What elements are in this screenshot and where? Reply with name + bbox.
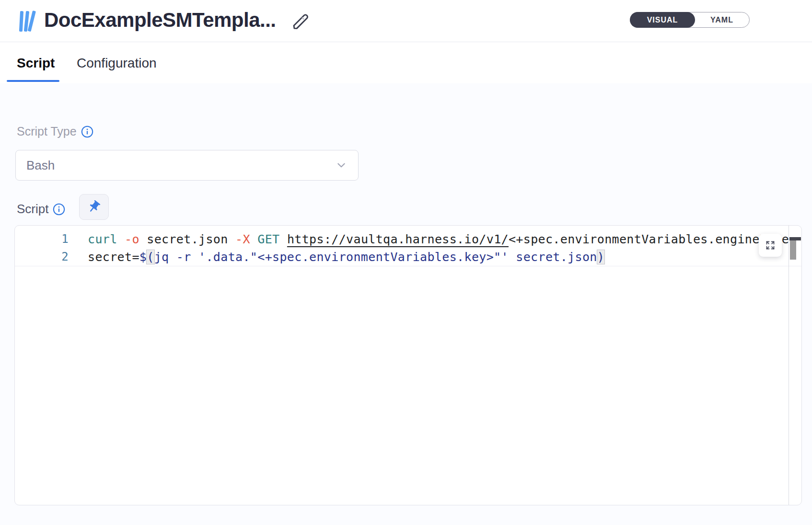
- chevron-down-icon: [336, 160, 347, 171]
- script-type-label-text: Script Type: [17, 125, 77, 138]
- expand-button[interactable]: [759, 234, 782, 257]
- template-title: DocExampleSMTempla...: [44, 9, 276, 32]
- info-icon[interactable]: [81, 126, 93, 138]
- edit-pencil-icon[interactable]: [290, 11, 312, 33]
- script-tab-panel: Script Type Bash Script: [0, 83, 812, 525]
- template-header: DocExampleSMTempla... VISUAL YAML: [0, 0, 812, 42]
- line-number: 1: [15, 230, 69, 248]
- template-library-icon: [18, 10, 37, 33]
- tab-script[interactable]: Script: [17, 56, 55, 71]
- script-editor[interactable]: 1curl -o secret.json -X GET https://vaul…: [14, 225, 802, 505]
- scrollbar-thumb[interactable]: [790, 240, 796, 260]
- scrollbar-annotation: [789, 237, 801, 240]
- editor-vertical-scrollbar[interactable]: [789, 226, 801, 505]
- pin-button[interactable]: [79, 194, 109, 220]
- code-area[interactable]: 1curl -o secret.json -X GET https://vaul…: [15, 226, 789, 505]
- tab-bar: Script Configuration: [0, 42, 812, 83]
- visual-yaml-toggle: VISUAL YAML: [630, 12, 750, 28]
- code-line[interactable]: 1curl -o secret.json -X GET https://vaul…: [15, 230, 789, 248]
- expand-icon: [765, 240, 776, 251]
- toggle-visual[interactable]: VISUAL: [630, 12, 695, 28]
- pin-icon: [84, 197, 104, 217]
- script-type-value: Bash: [26, 158, 336, 173]
- code-text: secret=$(jq -r '.data."<+spec.environmen…: [88, 248, 604, 266]
- code-text: curl -o secret.json -X GET https://vault…: [88, 230, 789, 248]
- active-tab-indicator: [7, 80, 59, 82]
- line-number: 2: [15, 248, 69, 266]
- script-type-select[interactable]: Bash: [15, 150, 359, 181]
- script-label: Script: [17, 202, 65, 217]
- script-label-text: Script: [17, 202, 48, 217]
- script-type-label: Script Type: [17, 125, 93, 138]
- template-studio-page: DocExampleSMTempla... VISUAL YAML Script…: [0, 0, 812, 525]
- editor-line-divider: [15, 266, 801, 266]
- toggle-yaml[interactable]: YAML: [695, 12, 749, 27]
- code-lines: 1curl -o secret.json -X GET https://vaul…: [15, 226, 789, 266]
- info-icon[interactable]: [53, 203, 65, 216]
- code-line[interactable]: 2secret=$(jq -r '.data."<+spec.environme…: [15, 248, 789, 266]
- tab-configuration[interactable]: Configuration: [77, 56, 157, 71]
